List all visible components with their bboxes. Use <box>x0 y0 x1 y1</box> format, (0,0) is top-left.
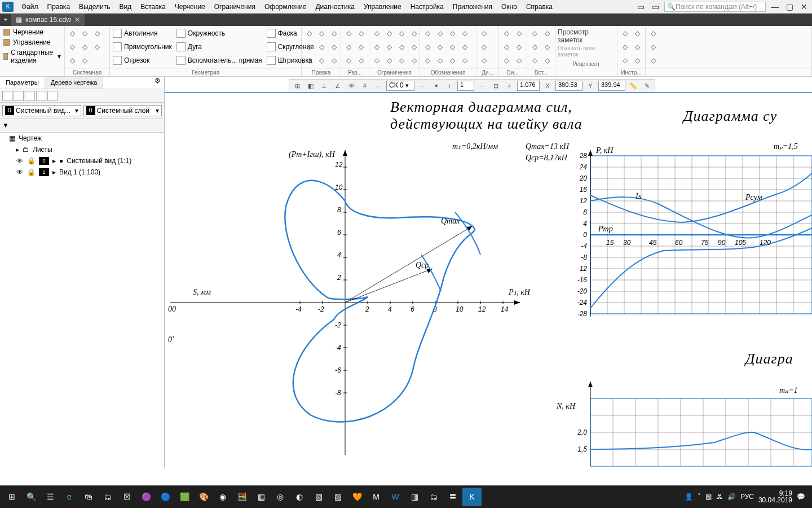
app-icon-2[interactable]: 🟣 <box>136 488 156 506</box>
tray-lang[interactable]: РУС <box>740 493 754 501</box>
ins-icon-1[interactable] <box>528 27 541 40</box>
tool-icon-a2[interactable] <box>631 27 643 40</box>
tool-auxline[interactable]: Вспомогатель... прямая <box>175 54 264 67</box>
redo-icon[interactable] <box>78 54 91 67</box>
tray-people-icon[interactable]: 👤 <box>685 493 693 501</box>
panel-settings-icon[interactable]: ⚙ <box>151 77 164 89</box>
menu-constraints[interactable]: Ограничения <box>210 3 260 11</box>
filter-input[interactable] <box>14 122 162 130</box>
dim-icon-5[interactable] <box>342 54 355 67</box>
menu-settings[interactable]: Настройка <box>406 3 448 11</box>
tree-sheets[interactable]: ▸ 🗀 Листы <box>0 144 164 155</box>
tray-chevron-icon[interactable]: ˄ <box>698 493 701 501</box>
new-doc-icon[interactable] <box>66 27 78 40</box>
ann-icon-10[interactable] <box>434 54 446 67</box>
tray-network-icon[interactable]: 🖧 <box>716 493 723 501</box>
menu-view[interactable]: Вид <box>114 3 136 11</box>
notes-view-button[interactable]: Просмотр заметок <box>558 28 615 44</box>
steam-icon[interactable]: ◐ <box>290 488 309 506</box>
context-management[interactable]: Управление <box>3 38 61 46</box>
lock-icon[interactable]: 🔒 <box>27 157 36 165</box>
ann-icon-2[interactable] <box>434 27 446 40</box>
filter-icon[interactable]: ▼ <box>2 121 11 130</box>
ann-icon-11[interactable] <box>446 54 458 67</box>
tool-icon-a3[interactable] <box>619 41 631 53</box>
con-icon-5[interactable] <box>370 41 383 53</box>
kompas-taskbar-icon[interactable]: K <box>462 488 482 506</box>
task-view-icon[interactable]: ☰ <box>41 488 60 506</box>
menu-file[interactable]: Файл <box>17 3 43 11</box>
ann-icon-1[interactable] <box>421 27 434 40</box>
ann-icon-7[interactable] <box>446 41 458 53</box>
tab-close-icon[interactable]: ✕ <box>74 16 80 24</box>
app-icon-1[interactable]: ☒ <box>117 488 136 506</box>
ann-icon-4[interactable] <box>458 27 471 40</box>
menu-apps[interactable]: Приложения <box>448 3 497 11</box>
app-icon-6[interactable]: ▦ <box>251 488 271 506</box>
tray-clock[interactable]: 9:19 30.04.2019 <box>758 490 792 503</box>
app-icon-8[interactable]: ▧ <box>309 488 328 506</box>
edit-icon-1[interactable] <box>303 27 315 40</box>
menu-edit[interactable]: Правка <box>43 3 75 11</box>
drawing-canvas[interactable]: ⊞ ◧ ⊥ ∠ 👁 # ⌐ СК 0 ▾ ⌐ ✦ ↕ 1 − ⊡ + 1.076… <box>165 77 812 468</box>
context-stdparts[interactable]: Стандартные изделия ▾ <box>3 49 61 64</box>
con-icon-12[interactable] <box>408 54 420 67</box>
tool-circle[interactable]: Окружность <box>175 27 264 40</box>
store-icon[interactable]: 🛍 <box>79 488 98 506</box>
edit-icon-7[interactable] <box>303 54 315 67</box>
layout-icon-2[interactable]: ▭ <box>650 2 661 11</box>
tool-arc[interactable]: Дуга <box>175 41 264 53</box>
app-icon-7[interactable]: ◎ <box>271 488 290 506</box>
ann-icon-3[interactable] <box>446 27 458 40</box>
minimize-button[interactable]: — <box>769 2 780 11</box>
ins-icon-2[interactable] <box>541 27 553 40</box>
tray-volume-icon[interactable]: 🔊 <box>727 493 736 501</box>
explorer-icon[interactable]: 🗂 <box>98 488 117 506</box>
visibility-icon[interactable]: 👁 <box>16 157 24 165</box>
menu-insert[interactable]: Вставка <box>136 3 170 11</box>
panel-tool-2[interactable] <box>14 91 24 101</box>
ann-icon-12[interactable] <box>458 54 471 67</box>
menu-formatting[interactable]: Оформление <box>260 3 311 11</box>
ann-icon-6[interactable] <box>434 41 446 53</box>
context-drafting[interactable]: Черчение <box>3 28 61 36</box>
tool-segment[interactable]: Отрезок <box>111 54 174 67</box>
app-icon-13[interactable]: 🗂 <box>424 488 443 506</box>
dim-icon-2[interactable] <box>355 27 367 40</box>
command-search[interactable]: 🔍 Поиск по командам (Alt+/) <box>664 2 766 12</box>
dim-icon-1[interactable] <box>342 27 355 40</box>
maximize-button[interactable]: ▢ <box>784 2 795 11</box>
view-selector[interactable]: 0 Системный вид...▾ <box>2 105 81 116</box>
app-icon-14[interactable]: 〓 <box>443 488 462 506</box>
tray-notifications-icon[interactable]: 💬 <box>797 493 805 501</box>
app-icon-5[interactable]: 🎨 <box>194 488 213 506</box>
tree-root[interactable]: ▦Чертеж <box>0 133 164 144</box>
edge-icon[interactable]: e <box>60 488 79 506</box>
close-button[interactable]: ✕ <box>798 2 810 11</box>
layer-selector[interactable]: 0 Системный слой▾ <box>83 105 162 116</box>
con-icon-8[interactable] <box>408 41 420 53</box>
misc-icon-3[interactable] <box>647 54 659 67</box>
tray-nvidia-icon[interactable]: ▧ <box>705 493 712 501</box>
properties-icon[interactable] <box>91 41 103 53</box>
view-icon-6[interactable] <box>513 54 525 67</box>
tool-icon-a4[interactable] <box>631 41 643 53</box>
tool-icon-a1[interactable] <box>619 27 631 40</box>
app-icon-3[interactable]: 🔵 <box>156 488 175 506</box>
dim-icon-4[interactable] <box>355 41 367 53</box>
lock-icon[interactable]: 🔒 <box>27 168 36 176</box>
ins-icon-6[interactable] <box>541 54 553 67</box>
edit-icon-9[interactable] <box>328 54 340 67</box>
ins-icon-4[interactable] <box>541 41 553 53</box>
menu-drafting[interactable]: Черчение <box>170 3 210 11</box>
panel-tab-parameters[interactable]: Параметры <box>0 77 45 89</box>
menu-help[interactable]: Справка <box>522 3 557 11</box>
layout-icon-1[interactable]: ▭ <box>635 2 646 11</box>
panel-tool-3[interactable] <box>25 91 35 101</box>
tree-view1[interactable]: 👁🔒1 ▸ Вид 1 (1:100) <box>0 167 164 178</box>
con-icon-1[interactable] <box>370 27 383 40</box>
diag-icon-3[interactable] <box>478 54 490 67</box>
view-icon-3[interactable] <box>500 41 513 53</box>
misc-icon-1[interactable] <box>647 27 659 40</box>
tree-sysview[interactable]: 👁🔒0 ▸ ● Системный вид (1:1) <box>0 155 164 167</box>
